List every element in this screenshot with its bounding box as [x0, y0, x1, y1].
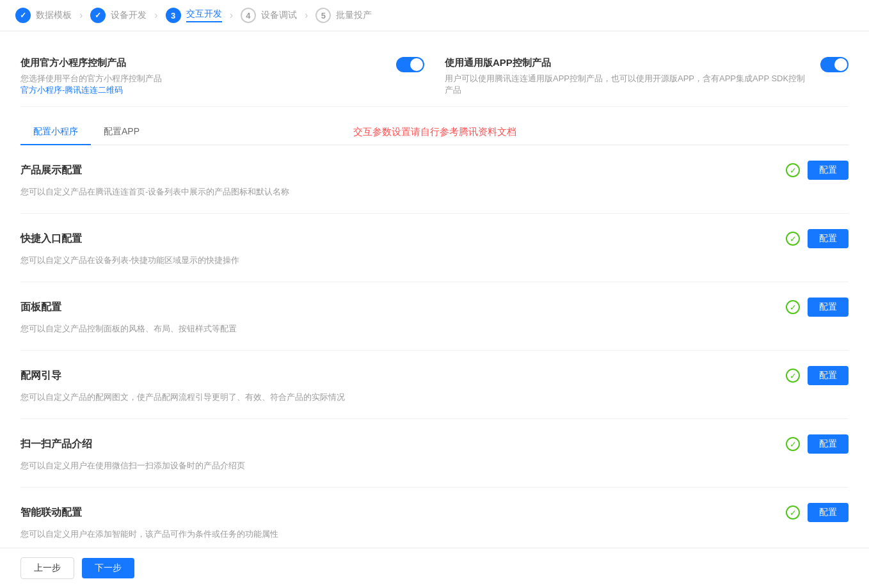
step-1-num: ✓ [15, 8, 31, 23]
toggle-row: 使用官方小程序控制产品 您选择使用平台的官方小程序控制产品 官方小程序-腾讯连连… [20, 47, 849, 107]
app-toggle-text: 使用通用版APP控制产品 用户可以使用腾讯连连通用版APP控制产品，也可以使用开… [445, 57, 810, 96]
section-network-guide-title: 配网引导 [20, 369, 61, 383]
section-scan-intro-title: 扫一扫产品介绍 [20, 438, 92, 451]
section-smart-link-title: 智能联动配置 [20, 506, 82, 520]
tabs-row: 配置小程序 配置APP 交互参数设置请自行参考腾讯资料文档 [20, 120, 849, 145]
section-panel-desc: 您可以自定义产品控制面板的风格、布局、按钮样式等配置 [20, 323, 849, 335]
section-product-display-btn[interactable]: 配置 [808, 161, 849, 180]
arrow-3: › [222, 10, 241, 21]
section-scan-intro-btn[interactable]: 配置 [808, 434, 849, 454]
section-scan-intro-desc: 您可以自定义用户在使用微信扫一扫添加设备时的产品介绍页 [20, 460, 849, 472]
section-product-display-check: ✓ [786, 163, 800, 177]
section-panel-btn[interactable]: 配置 [808, 298, 849, 317]
step-5: 5 批量投产 [315, 8, 372, 23]
tab-app[interactable]: 配置APP [91, 120, 152, 145]
section-scan-intro-header: 扫一扫产品介绍 ✓ 配置 [20, 434, 849, 454]
app-toggle-desc: 用户可以使用腾讯连连通用版APP控制产品，也可以使用开源版APP，含有APP集成… [445, 73, 810, 96]
stepper: ✓ 数据模板 › ✓ 设备开发 › 3 交互开发 › 4 设备调试 › 5 批量… [0, 0, 869, 31]
section-shortcut-desc: 您可以自定义产品在设备列表-快捷功能区域显示的快捷操作 [20, 255, 849, 266]
section-product-display-desc: 您可以自定义产品在腾讯连连首页-设备列表中展示的产品图标和默认名称 [20, 186, 849, 198]
arrow-4: › [297, 10, 315, 21]
step-3-label: 交互开发 [186, 8, 222, 22]
step-4-label: 设备调试 [261, 10, 297, 21]
section-smart-link-desc: 您可以自定义用户在添加智能时，该产品可作为条件或任务的功能属性 [20, 528, 849, 540]
tab-notice: 交互参数设置请自行参考腾讯资料文档 [353, 126, 516, 138]
miniapp-toggle-link[interactable]: 官方小程序-腾讯连连二维码 [20, 85, 123, 95]
section-network-guide-desc: 您可以自定义产品的配网图文，使产品配网流程引导更明了、有效、符合产品的实际情况 [20, 392, 849, 403]
section-panel-right: ✓ 配置 [786, 298, 849, 317]
config-sections: 产品展示配置 ✓ 配置 您可以自定义产品在腾讯连连首页-设备列表中展示的产品图标… [20, 145, 849, 556]
miniapp-toggle-desc: 您选择使用平台的官方小程序控制产品 [20, 73, 386, 84]
step-1-label: 数据模板 [36, 10, 72, 21]
tab-miniapp[interactable]: 配置小程序 [20, 120, 91, 145]
miniapp-toggle-switch[interactable] [396, 57, 424, 72]
section-network-guide-header: 配网引导 ✓ 配置 [20, 366, 849, 385]
section-smart-link-right: ✓ 配置 [786, 503, 849, 522]
section-network-guide-right: ✓ 配置 [786, 366, 849, 385]
section-smart-link-check: ✓ [786, 505, 800, 520]
step-2[interactable]: ✓ 设备开发 [90, 8, 147, 23]
step-2-num: ✓ [90, 8, 106, 23]
miniapp-toggle-text: 使用官方小程序控制产品 您选择使用平台的官方小程序控制产品 官方小程序-腾讯连连… [20, 57, 386, 96]
section-network-guide-check: ✓ [786, 369, 800, 383]
step-4: 4 设备调试 [241, 8, 297, 23]
section-product-display-right: ✓ 配置 [786, 161, 849, 180]
bottom-bar: 上一步 下一步 [0, 548, 869, 588]
app-toggle-switch[interactable] [820, 57, 849, 72]
section-shortcut-header: 快捷入口配置 ✓ 配置 [20, 229, 849, 248]
app-toggle-section: 使用通用版APP控制产品 用户可以使用腾讯连连通用版APP控制产品，也可以使用开… [445, 57, 849, 96]
arrow-2: › [147, 10, 165, 21]
section-panel-check: ✓ [786, 300, 800, 314]
step-1[interactable]: ✓ 数据模板 [15, 8, 72, 23]
step-5-num: 5 [315, 8, 331, 23]
section-scan-intro: 扫一扫产品介绍 ✓ 配置 您可以自定义用户在使用微信扫一扫添加设备时的产品介绍页 [20, 419, 849, 488]
section-network-guide: 配网引导 ✓ 配置 您可以自定义产品的配网图文，使产品配网流程引导更明了、有效、… [20, 351, 849, 419]
step-3-num: 3 [166, 8, 181, 23]
main-content: 使用官方小程序控制产品 您选择使用平台的官方小程序控制产品 官方小程序-腾讯连连… [0, 31, 869, 588]
section-smart-link: 智能联动配置 ✓ 配置 您可以自定义用户在添加智能时，该产品可作为条件或任务的功… [20, 488, 849, 556]
section-smart-link-btn[interactable]: 配置 [808, 503, 849, 522]
section-panel-title: 面板配置 [20, 301, 61, 314]
step-5-label: 批量投产 [336, 10, 372, 21]
section-network-guide-btn[interactable]: 配置 [808, 366, 849, 385]
section-scan-intro-right: ✓ 配置 [786, 434, 849, 454]
section-shortcut: 快捷入口配置 ✓ 配置 您可以自定义产品在设备列表-快捷功能区域显示的快捷操作 [20, 214, 849, 282]
section-shortcut-btn[interactable]: 配置 [808, 229, 849, 248]
next-button[interactable]: 下一步 [82, 558, 134, 578]
miniapp-toggle-section: 使用官方小程序控制产品 您选择使用平台的官方小程序控制产品 官方小程序-腾讯连连… [20, 57, 424, 96]
prev-button[interactable]: 上一步 [20, 557, 74, 579]
step-2-label: 设备开发 [111, 10, 147, 21]
app-toggle-title: 使用通用版APP控制产品 [445, 57, 810, 69]
section-product-display: 产品展示配置 ✓ 配置 您可以自定义产品在腾讯连连首页-设备列表中展示的产品图标… [20, 145, 849, 214]
step-3[interactable]: 3 交互开发 [166, 8, 222, 23]
section-product-display-title: 产品展示配置 [20, 164, 82, 177]
section-panel-header: 面板配置 ✓ 配置 [20, 298, 849, 317]
miniapp-toggle-title: 使用官方小程序控制产品 [20, 57, 386, 69]
arrow-1: › [72, 10, 90, 21]
section-smart-link-header: 智能联动配置 ✓ 配置 [20, 503, 849, 522]
section-shortcut-right: ✓ 配置 [786, 229, 849, 248]
section-product-display-header: 产品展示配置 ✓ 配置 [20, 161, 849, 180]
section-shortcut-check: ✓ [786, 232, 800, 246]
section-shortcut-title: 快捷入口配置 [20, 232, 82, 246]
section-panel: 面板配置 ✓ 配置 您可以自定义产品控制面板的风格、布局、按钮样式等配置 [20, 282, 849, 351]
section-scan-intro-check: ✓ [786, 437, 800, 451]
step-4-num: 4 [241, 8, 256, 23]
